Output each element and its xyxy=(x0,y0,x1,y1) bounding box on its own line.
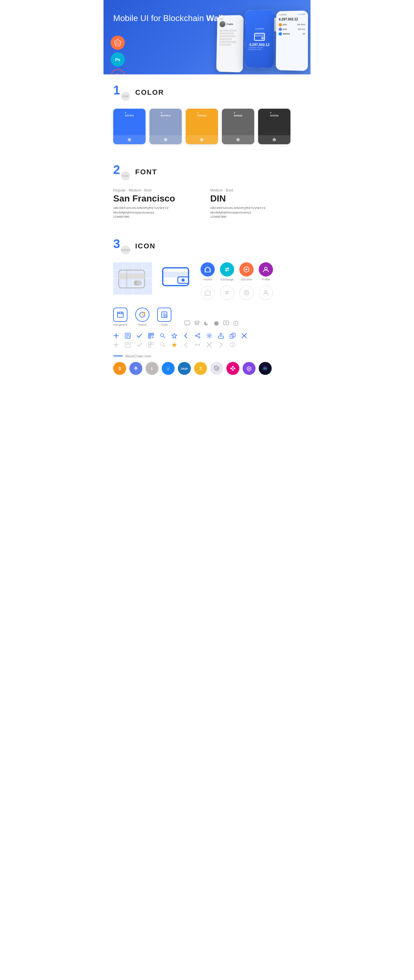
svg-text:Ł: Ł xyxy=(151,367,153,370)
sketch-badge xyxy=(111,36,125,50)
plus-ghost-icon xyxy=(113,342,119,348)
svg-line-82 xyxy=(163,345,165,347)
color-swatch-blue: #3574FA xyxy=(113,109,145,144)
svg-marker-20 xyxy=(205,290,210,295)
svg-point-10 xyxy=(137,280,142,286)
color-section: 1 ONE COLOR #3574FA #8DA0C8 #F5A623 #666… xyxy=(104,75,310,154)
svg-line-64 xyxy=(197,334,199,336)
management-icon: Mangment xyxy=(113,308,127,326)
svg-rect-57 xyxy=(152,338,153,338)
svg-point-14 xyxy=(182,278,185,282)
btc-icon: ₿ xyxy=(113,362,126,375)
iota-icon xyxy=(210,362,223,375)
zcash-icon: Z xyxy=(194,362,207,375)
font-grid: Regular · Medium · Bold San Francisco AB… xyxy=(113,188,301,218)
plus-icon xyxy=(113,333,119,339)
svg-marker-60 xyxy=(172,333,177,338)
chevron-left-icon xyxy=(183,333,189,339)
exchange-ghost-icon xyxy=(220,286,234,300)
star-active-icon xyxy=(171,342,177,348)
utility-icons-blue-row xyxy=(113,333,301,339)
profile-ghost-icon xyxy=(259,286,273,300)
ps-badge: Ps xyxy=(111,52,125,67)
eth-icon xyxy=(129,362,142,375)
font-card-sf: Regular · Medium · Bold San Francisco AB… xyxy=(113,188,204,218)
bottom-nav-icons: Mangment History xyxy=(113,308,301,326)
matic-icon xyxy=(243,362,256,375)
svg-rect-69 xyxy=(230,334,233,338)
nav-icons-filled-row: Assets Exchange xyxy=(201,262,273,281)
hero-section: Mobile UI for Blockchain Wallet UI Kit P… xyxy=(104,0,310,75)
misc-icon-group xyxy=(184,321,239,326)
nav-exchange-icon: Exchange xyxy=(220,262,234,281)
font-section-header: 2 TWO FONT xyxy=(113,164,301,180)
screens-badge: 60+ Screens xyxy=(111,69,125,75)
dot-icon xyxy=(226,362,239,375)
svg-marker-83 xyxy=(172,342,177,347)
svg-point-18 xyxy=(245,269,247,270)
next-ghost-icon xyxy=(218,342,224,348)
section-num-1: 1 ONE xyxy=(113,84,130,101)
dash-icon: DASH xyxy=(178,362,191,375)
svg-rect-56 xyxy=(152,337,154,337)
svg-rect-35 xyxy=(185,321,190,325)
svg-point-43 xyxy=(236,322,236,323)
waves-icon xyxy=(162,362,175,375)
svg-rect-55 xyxy=(149,337,150,338)
wallet-icon-showcase: Assets Exchange xyxy=(113,262,301,300)
layers-icon xyxy=(194,321,200,326)
color-swatch-dark-gray: #666666 xyxy=(222,109,254,144)
star-icon xyxy=(171,333,177,339)
font-card-din: Medium · Bold DIN ABCDEFGHIJKLMNOPQRSTUV… xyxy=(210,188,301,218)
search-ghost-icon xyxy=(160,342,166,348)
svg-rect-24 xyxy=(118,312,123,317)
svg-rect-78 xyxy=(148,342,151,344)
blockchain-line-decoration xyxy=(113,355,123,356)
wallet-icon-grid-outline xyxy=(113,262,152,295)
svg-point-19 xyxy=(264,267,267,270)
color-swatch-gray-blue: #8DA0C8 xyxy=(150,109,182,144)
svg-point-66 xyxy=(208,335,210,337)
section-num-3: 3 THREE xyxy=(113,238,130,255)
share-icon xyxy=(195,333,201,339)
svg-point-109 xyxy=(234,368,236,369)
qr-icon xyxy=(148,333,154,339)
svg-rect-7 xyxy=(119,273,145,279)
svg-point-29 xyxy=(143,312,145,314)
list-ghost-icon xyxy=(125,342,131,348)
svg-point-62 xyxy=(195,335,197,336)
chat-icon xyxy=(184,321,190,326)
svg-point-108 xyxy=(231,368,232,369)
history-icon: History xyxy=(135,308,150,326)
section-num-2: 2 TWO xyxy=(113,164,130,180)
check-icon xyxy=(137,333,142,339)
list-edit-icon xyxy=(125,333,131,339)
icon-section-header: 3 THREE ICON xyxy=(113,238,301,255)
speech-icon xyxy=(223,321,229,326)
search-icon xyxy=(160,333,166,339)
nav-profile-icon: Profile xyxy=(259,262,273,281)
svg-line-59 xyxy=(163,336,165,338)
svg-point-37 xyxy=(214,321,219,326)
svg-line-65 xyxy=(197,336,199,337)
svg-point-22 xyxy=(245,292,247,293)
svg-point-63 xyxy=(199,337,200,338)
svg-point-89 xyxy=(232,343,233,344)
color-swatch-black: #303030 xyxy=(258,109,290,144)
utility-icons-gray-row xyxy=(113,342,301,348)
color-section-header: 1 ONE COLOR xyxy=(113,84,301,101)
svg-point-107 xyxy=(232,369,234,371)
svg-rect-80 xyxy=(148,345,151,347)
nav-assets-icon: Assets xyxy=(201,262,215,281)
moon-icon xyxy=(204,321,210,326)
phone-crypto: myWallet + 12-298 6.297.502.12 BTC 738-2… xyxy=(276,11,308,71)
qr-ghost-icon xyxy=(148,342,154,348)
sol-icon xyxy=(259,362,272,375)
phone-profile: 9:41 Profile xyxy=(217,15,244,72)
svg-point-110 xyxy=(232,368,234,369)
circle-icon xyxy=(213,321,219,326)
phone-wallet: myWallet 6,297,502.12 Character may be m… xyxy=(245,10,275,68)
check-ghost-icon xyxy=(137,342,142,348)
svg-point-23 xyxy=(264,290,267,293)
close-icon xyxy=(241,333,247,339)
